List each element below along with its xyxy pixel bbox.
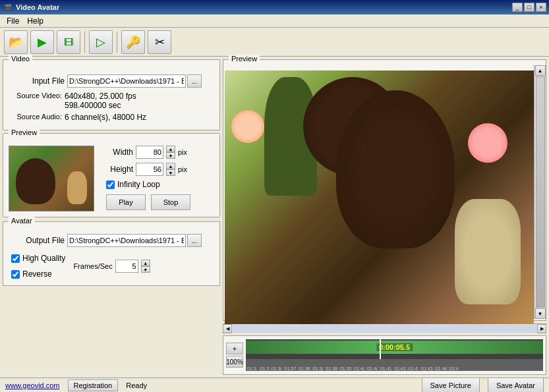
reverse-label: Reverse: [22, 269, 52, 279]
frames-down[interactable]: ▼: [141, 266, 150, 273]
reverse-checkbox[interactable]: [11, 270, 20, 279]
geovid-link[interactable]: www.geovid.com: [5, 381, 60, 389]
preview-group: Preview Width ▲: [3, 133, 220, 217]
output-file-row: Output File ...: [9, 234, 214, 247]
source-video-label: Source Video:: [9, 92, 65, 99]
scrollbar-down-btn[interactable]: ▼: [535, 308, 546, 319]
input-file-input[interactable]: [67, 74, 186, 88]
scissors-button[interactable]: ✂: [148, 30, 171, 54]
input-file-browse[interactable]: ...: [187, 74, 202, 88]
thumb-character1: [16, 158, 55, 204]
left-panel: Video Input File ... Source Video: 640x4…: [3, 59, 220, 375]
frames-label: Frames/Sec: [73, 262, 112, 270]
toolbar-separator: [84, 32, 85, 53]
video-scrollbar-v[interactable]: ▲ ▼: [534, 65, 546, 319]
bottom-bar: www.geovid.com Registration Ready Save P…: [0, 378, 549, 392]
zoom-in-button[interactable]: +: [226, 343, 243, 354]
output-file-label: Output File: [9, 236, 65, 245]
video-bear-body: [336, 90, 455, 248]
width-down[interactable]: ▼: [166, 152, 175, 159]
ruler-marks: 01:3: :01:3 :01:3( :01:37 :01:38 :01:3( …: [247, 366, 459, 371]
toolbar: 📂 ▶ 🎞 ▷ 🔑 ✂: [0, 28, 549, 57]
video-flower2: [231, 110, 264, 143]
timeline-track[interactable]: 0:00:05.5 01:3: :01:3 :01:3( :01:37 :01:…: [246, 339, 543, 371]
infinity-loop-row: Infinity Loop: [106, 180, 214, 189]
width-row: Width ▲ ▼ pix: [103, 146, 214, 159]
frames-input[interactable]: [115, 260, 138, 273]
avatar-group-title: Avatar: [9, 217, 35, 225]
play2-button[interactable]: ▷: [89, 30, 113, 54]
height-unit: pix: [178, 165, 187, 173]
input-file-row: Input File ...: [9, 74, 214, 88]
toolbar-separator2: [117, 32, 117, 53]
app-icon: 🎬: [3, 2, 13, 13]
save-avatar-button[interactable]: Save Avatar: [488, 378, 544, 393]
scrollbar-h-track[interactable]: [232, 325, 537, 333]
play-button[interactable]: ▶: [30, 30, 54, 54]
source-video-row: Source Video: 640x480, 25.000 fps 598.40…: [9, 92, 214, 110]
infinity-loop-checkbox[interactable]: [106, 181, 115, 189]
width-arrows: ▲ ▼: [166, 146, 175, 159]
high-quality-checkbox[interactable]: [11, 254, 20, 263]
video-group-title: Video: [9, 55, 32, 63]
minimize-button[interactable]: _: [512, 3, 523, 12]
menu-bar: File Help: [0, 14, 549, 28]
input-file-label: Input File: [9, 76, 65, 86]
timeline-progress: 0:00:05.5: [246, 341, 543, 354]
video-rabbit: [455, 199, 521, 304]
preview-video-group: Preview ▲ ▼: [223, 59, 546, 321]
height-input[interactable]: [136, 163, 163, 176]
title-bar: 🎬 Video Avatar _ □ ×: [0, 0, 549, 14]
timeline-controls: + 100%: [226, 343, 243, 368]
key-button[interactable]: 🔑: [121, 30, 145, 54]
source-video-value1: 640x480, 25.000 fps: [65, 92, 136, 101]
play-stop-row: Play Stop: [106, 194, 214, 210]
source-video-value2: 598.400000 sec: [65, 101, 136, 110]
preview-controls: Width ▲ ▼ pix Height ▲: [98, 146, 214, 211]
width-up[interactable]: ▲: [166, 146, 175, 152]
frames-up[interactable]: ▲: [141, 260, 150, 266]
timeline-ruler: 01:3: :01:3 :01:3( :01:37 :01:38 :01:3( …: [246, 359, 543, 371]
stop-button[interactable]: Stop: [151, 194, 190, 210]
thumb-background: [9, 146, 94, 211]
source-audio-row: Source Audio: 6 channel(s), 48000 Hz: [9, 113, 214, 122]
width-unit: pix: [178, 148, 187, 156]
height-up[interactable]: ▲: [166, 163, 175, 169]
high-quality-row: High Quality: [11, 254, 65, 263]
height-arrows: ▲ ▼: [166, 163, 175, 176]
preview-group-title: Preview: [9, 128, 40, 136]
width-input[interactable]: [136, 146, 163, 159]
thumb-character2: [67, 171, 87, 204]
menu-help[interactable]: Help: [23, 15, 47, 27]
preview-inner: ▲ ▼: [223, 65, 546, 325]
scrollbar-thumb[interactable]: [536, 76, 545, 308]
output-file-browse[interactable]: ...: [187, 234, 202, 247]
window-controls: _ □ ×: [512, 3, 546, 12]
source-audio-value: 6 channel(s), 48000 Hz: [65, 113, 146, 122]
output-file-input[interactable]: [67, 234, 186, 247]
timeline-time: 0:00:05.5: [376, 343, 413, 351]
preview-thumbnail: [9, 146, 94, 211]
timeline-area: + 100% 0:00:05.5 01:3: :01:3 :01:3( :01:…: [223, 335, 546, 375]
frames-arrows: ▲ ▼: [141, 260, 150, 273]
input-file-field: ...: [67, 74, 202, 88]
close-button[interactable]: ×: [536, 3, 546, 12]
open-button[interactable]: 📂: [4, 30, 28, 54]
video-canvas: [225, 70, 534, 324]
scrollbar-up-btn[interactable]: ▲: [535, 65, 546, 76]
source-audio-label: Source Audio:: [9, 113, 65, 121]
height-row: Height ▲ ▼ pix: [103, 163, 214, 176]
height-down[interactable]: ▼: [166, 169, 175, 176]
preview-video-title: Preview: [229, 55, 260, 63]
maximize-button[interactable]: □: [524, 3, 535, 12]
menu-file[interactable]: File: [3, 15, 23, 27]
video-background: [225, 70, 534, 324]
video-button[interactable]: 🎞: [57, 30, 80, 54]
frames-sec-row: Frames/Sec ▲ ▼: [73, 260, 150, 273]
output-file-field: ...: [67, 234, 202, 247]
video-flower1: [468, 123, 507, 163]
zoom-level: 100%: [226, 356, 243, 368]
registration-button[interactable]: Registration: [68, 379, 119, 391]
play-button-preview[interactable]: Play: [106, 194, 146, 210]
save-picture-button[interactable]: Save Picture: [422, 378, 480, 393]
